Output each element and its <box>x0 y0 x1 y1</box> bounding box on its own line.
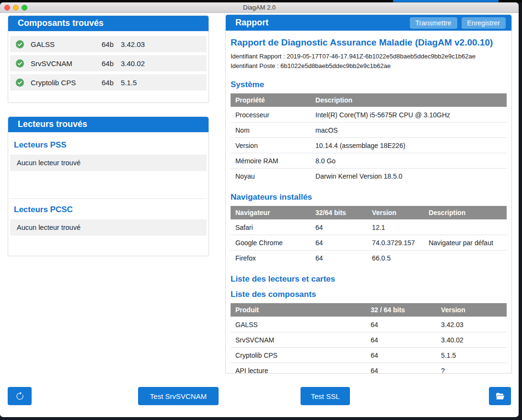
cell-description <box>424 220 507 235</box>
cell-description <box>424 250 507 266</box>
component-version: 5.1.5 <box>121 79 137 87</box>
traffic-lights <box>4 2 27 12</box>
cell-bits: 64 <box>366 317 436 332</box>
poste-id-line: Identifiant Poste : 6b1022e5d8baeb5ddec9… <box>231 61 507 71</box>
save-button[interactable]: Enregistrer <box>462 17 506 29</box>
left-column: Composants trouvés GALSS 64b 3.42.03 <box>8 15 209 256</box>
empty-message: Aucun lecteur trouvé <box>10 219 207 236</box>
minimize-button[interactable] <box>13 5 19 11</box>
table-row: Processeur Intel(R) Core(TM) i5-5675R CP… <box>231 107 507 123</box>
rapport-panel-title: Rapport <box>235 18 406 28</box>
lecteurs-panel-title: Lecteurs trouvés <box>8 117 209 132</box>
cell-description: Navigateur par défaut <box>424 235 507 250</box>
cell-produit: API lecture <box>231 363 366 374</box>
cell-description: 8.0 Go <box>311 153 507 169</box>
cell-version: 3.42.03 <box>436 317 507 332</box>
component-name: Cryptolib CPS <box>31 79 102 87</box>
close-button[interactable] <box>4 5 10 11</box>
column-header: Description <box>424 206 507 220</box>
cell-propriete: Processeur <box>231 107 311 123</box>
component-bits: 64b <box>102 79 121 87</box>
cell-bits: 64 <box>311 220 367 235</box>
cell-propriete: Version <box>231 138 311 153</box>
cell-bits: 64 <box>311 235 367 250</box>
rapport-body: Rapport de Diagnostic Assurance Maladie … <box>226 31 511 373</box>
open-report-button[interactable] <box>489 387 511 405</box>
cell-navigateur: Safari <box>231 220 311 235</box>
column-header: Propriété <box>231 93 311 107</box>
column-header: 32/64 bits <box>311 206 367 220</box>
lecteurs-section-heading: Lecteurs PSS <box>14 140 203 150</box>
cell-propriete: Nom <box>231 123 311 138</box>
cell-description: 10.14.4 (assemblage 18E226) <box>311 138 507 153</box>
table-row: GALSS 64 3.42.03 <box>231 317 507 332</box>
cell-navigateur: Google Chrome <box>231 235 311 250</box>
column-header: Navigateur <box>231 206 311 220</box>
systeme-table: PropriétéDescription Processeur Intel(R)… <box>231 93 507 183</box>
refresh-button[interactable] <box>8 387 32 405</box>
component-list-item: GALSS 64b 3.42.03 <box>10 36 207 52</box>
titlebar: DiagAM 2.0 <box>0 2 519 13</box>
check-circle-icon <box>16 79 24 87</box>
cell-produit: GALSS <box>231 317 366 332</box>
report-heading: Rapport de Diagnostic Assurance Maladie … <box>231 37 507 48</box>
app-window: DiagAM 2.0 Composants trouvés GALSS <box>0 2 519 417</box>
cell-version: 3.40.02 <box>436 332 507 348</box>
rapport-panel-header: Rapport Transmettre Enregistrer <box>226 15 511 31</box>
navigateurs-heading: Navigateurs installés <box>231 193 507 202</box>
column-header: Produit <box>231 303 366 317</box>
table-row: Cryptolib CPS 64 5.1.5 <box>231 348 507 363</box>
component-name: SrvSVCNAM <box>31 59 102 68</box>
cell-version: ? <box>436 363 507 374</box>
cell-bits: 64 <box>366 332 436 348</box>
lecteurs-section: Lecteurs PCSC Aucun lecteur trouvé <box>10 198 207 256</box>
cell-bits: 64 <box>366 348 436 363</box>
lecteurs-panel: Lecteurs trouvés Lecteurs PSS Aucun lect… <box>8 116 209 256</box>
table-row: Safari 64 12.1 <box>231 220 507 235</box>
table-row: Mémoire RAM 8.0 Go <box>231 153 507 169</box>
cell-propriete: Noyau <box>231 169 311 184</box>
cell-bits: 64 <box>311 250 367 266</box>
table-row: Version 10.14.4 (assemblage 18E226) <box>231 138 507 153</box>
test-srvsvcnam-button[interactable]: Test SrvSVCNAM <box>138 387 219 405</box>
systeme-heading: Système <box>231 80 507 90</box>
navigateurs-table: Navigateur32/64 bitsVersionDescription S… <box>231 206 507 265</box>
test-ssl-button[interactable]: Test SSL <box>301 387 350 405</box>
cell-bits: 64 <box>366 363 436 374</box>
cell-description: Darwin Kernel Version 18.5.0 <box>311 169 507 184</box>
folder-open-icon <box>496 392 505 401</box>
cell-description: macOS <box>311 123 507 138</box>
component-name: GALSS <box>31 40 102 48</box>
cell-produit: Cryptolib CPS <box>231 348 366 363</box>
check-circle-icon <box>16 59 24 68</box>
cell-description: Intel(R) Core(TM) i5-5675R CPU @ 3.10GHz <box>311 107 507 123</box>
bottom-toolbar: Test SrvSVCNAM Test SSL <box>0 387 519 405</box>
composants-panel-title: Composants trouvés <box>8 16 209 31</box>
refresh-icon <box>15 392 24 401</box>
composants-list: GALSS 64b 3.42.03 SrvSVCNAM 64b 3.40.02 <box>8 31 209 91</box>
liste-composants-heading: Liste des composants <box>231 290 507 299</box>
composants-table: Produit32 / 64 bitsVersion GALSS 64 3.42… <box>231 303 507 373</box>
cell-version: 12.1 <box>367 220 424 235</box>
component-list-item: Cryptolib CPS 64b 5.1.5 <box>10 74 207 91</box>
column-header: Version <box>436 303 507 317</box>
transmit-button[interactable]: Transmettre <box>410 17 457 29</box>
component-bits: 64b <box>102 59 121 68</box>
composants-panel: Composants trouvés GALSS 64b 3.42.03 <box>8 15 209 103</box>
cell-propriete: Mémoire RAM <box>231 153 311 169</box>
cell-version: 74.0.3729.157 <box>367 235 424 250</box>
component-list-item: SrvSVCNAM 64b 3.40.02 <box>10 55 207 71</box>
lecteurs-cartes-heading: Liste des lecteurs et cartes <box>231 274 507 284</box>
cell-produit: SrvSVCNAM <box>231 332 366 348</box>
lecteurs-section-heading: Lecteurs PCSC <box>14 205 203 215</box>
table-row: Noyau Darwin Kernel Version 18.5.0 <box>231 169 507 184</box>
column-header: Description <box>311 93 507 107</box>
column-header: 32 / 64 bits <box>366 303 436 317</box>
zoom-button[interactable] <box>22 5 27 11</box>
component-bits: 64b <box>102 40 121 48</box>
cell-version: 5.1.5 <box>436 348 507 363</box>
column-header: Version <box>367 206 424 220</box>
lecteurs-sections: Lecteurs PSS Aucun lecteur trouvé Lecteu… <box>8 132 209 256</box>
table-row: Google Chrome 64 74.0.3729.157 Navigateu… <box>231 235 507 250</box>
table-row: Firefox 64 66.0.5 <box>231 250 507 266</box>
